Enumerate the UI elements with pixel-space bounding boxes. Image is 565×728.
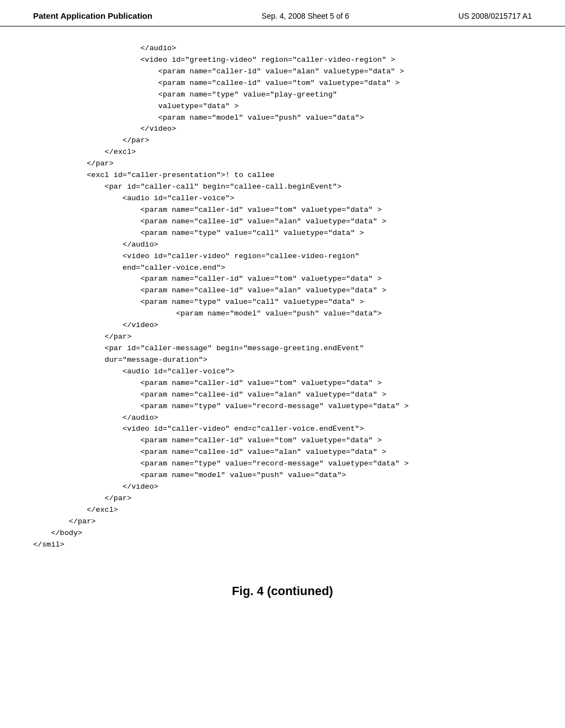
- code-content: </audio> <video id="greeting-video" regi…: [0, 43, 565, 573]
- header-publication-label: Patent Application Publication: [33, 11, 152, 20]
- header-patent-number: US 2008/0215717 A1: [459, 12, 532, 20]
- figure-caption: Fig. 4 (contiuned): [0, 584, 565, 615]
- page-header: Patent Application Publication Sep. 4, 2…: [0, 0, 565, 26]
- header-date-sheet: Sep. 4, 2008 Sheet 5 of 6: [262, 12, 349, 20]
